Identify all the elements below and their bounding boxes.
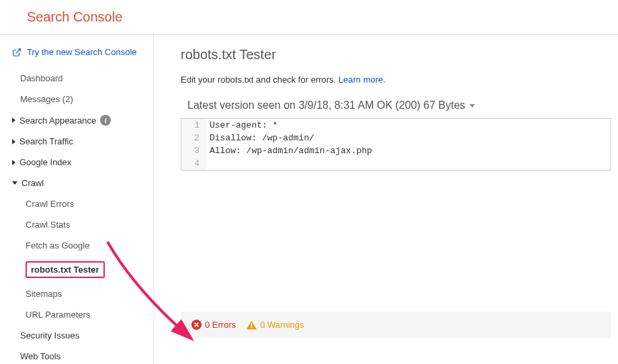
sidebar-item-crawl[interactable]: Crawl — [12, 173, 153, 193]
sidebar-item-crawl-stats[interactable]: Crawl Stats — [12, 214, 153, 235]
sidebar-item-sitemaps[interactable]: Sitemaps — [12, 283, 153, 304]
sidebar-item-search-traffic[interactable]: Search Traffic — [12, 131, 153, 152]
sidebar-item-google-index[interactable]: Google Index — [12, 152, 153, 173]
warnings-count: 0 Warnings — [247, 320, 304, 330]
sidebar-item-url-parameters[interactable]: URL Parameters — [12, 304, 153, 325]
chevron-right-icon — [12, 160, 15, 165]
external-link-icon — [12, 48, 21, 57]
error-icon — [191, 320, 202, 330]
code-line: Disallow: /wp-admin/ — [206, 132, 610, 144]
sidebar-item-dashboard[interactable]: Dashboard — [12, 68, 153, 89]
line-number: 3 — [181, 144, 206, 157]
version-label: Latest version seen on 3/9/18, 8:31 AM O… — [187, 99, 466, 111]
sidebar-item-messages[interactable]: Messages (2) — [12, 89, 153, 109]
main-content: robots.txt Tester Edit your robots.txt a… — [153, 35, 618, 364]
chevron-right-icon — [12, 139, 15, 144]
page-subtitle: Edit your robots.txt and check for error… — [181, 75, 618, 85]
active-highlight: robots.txt Tester — [26, 261, 105, 278]
status-bar: 0 Errors 0 Warnings — [181, 312, 611, 338]
sidebar-item-robots-tester[interactable]: robots.txt Tester — [12, 256, 153, 283]
try-new-console-label: Try the new Search Console — [27, 47, 137, 57]
learn-more-link[interactable]: Learn more. — [339, 75, 386, 85]
code-line — [206, 157, 610, 170]
svg-rect-3 — [251, 326, 253, 328]
chevron-right-icon — [12, 118, 15, 123]
line-number: 2 — [181, 132, 206, 144]
page-title: robots.txt Tester — [181, 47, 618, 62]
sidebar: Try the new Search Console Dashboard Mes… — [0, 35, 153, 364]
svg-line-0 — [16, 48, 20, 52]
svg-rect-2 — [251, 323, 253, 326]
chevron-down-icon — [470, 104, 475, 107]
sidebar-item-web-tools[interactable]: Web Tools — [12, 346, 153, 364]
info-icon: i — [100, 115, 111, 126]
sidebar-item-fetch-as-google[interactable]: Fetch as Google — [12, 235, 153, 256]
line-number: 4 — [181, 157, 206, 170]
app-header: Search Console — [0, 0, 618, 35]
sidebar-item-search-appearance[interactable]: Search Appearance i — [12, 109, 153, 131]
warning-icon — [247, 320, 257, 330]
version-dropdown[interactable]: Latest version seen on 3/9/18, 8:31 AM O… — [187, 99, 475, 111]
chevron-down-icon — [12, 181, 17, 185]
sidebar-item-security-issues[interactable]: Security Issues — [12, 325, 153, 346]
sidebar-item-crawl-errors[interactable]: Crawl Errors — [12, 193, 153, 214]
try-new-console-link[interactable]: Try the new Search Console — [12, 47, 153, 57]
app-title: Search Console — [27, 9, 122, 24]
robots-editor[interactable]: 1User-agent: * 2Disallow: /wp-admin/ 3Al… — [181, 118, 611, 171]
line-number: 1 — [181, 119, 206, 132]
code-line: Allow: /wp-admin/admin-ajax.php — [206, 144, 610, 157]
errors-count: 0 Errors — [191, 320, 236, 330]
code-line: User-agent: * — [206, 119, 610, 132]
